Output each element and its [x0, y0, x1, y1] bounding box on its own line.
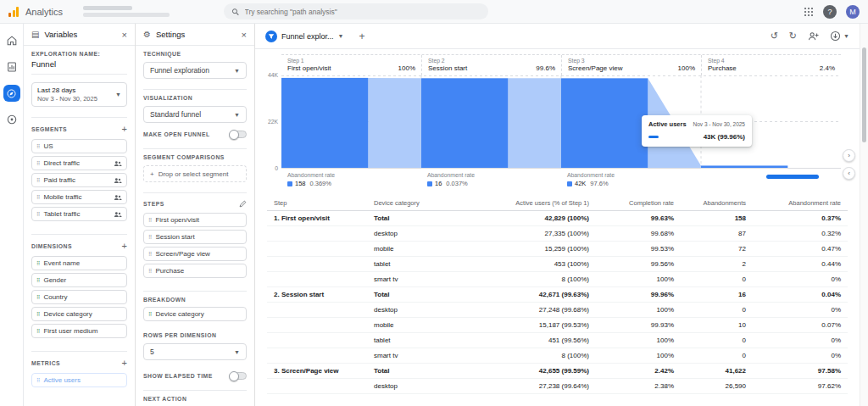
- nav-explore-icon[interactable]: [3, 85, 20, 102]
- table-cell: [267, 272, 367, 287]
- chip-label: Mobile traffic: [43, 193, 81, 201]
- breakdown-label: BREAKDOWN: [143, 297, 247, 303]
- table-column-header[interactable]: Completion rate: [596, 196, 681, 211]
- table-row[interactable]: mobile15,187 (99.53%)99.93%100.07%: [267, 318, 848, 333]
- chip-country[interactable]: ⠿Country: [31, 290, 127, 304]
- chip-tablet-traffic[interactable]: ⠿Tablet traffic: [31, 207, 127, 221]
- exploration-name-input[interactable]: Funnel: [31, 59, 127, 69]
- add-tab-button[interactable]: +: [359, 31, 364, 42]
- chip-device-category[interactable]: ⠿Device category: [143, 307, 247, 321]
- technique-select[interactable]: Funnel exploration ▼: [143, 62, 247, 79]
- open-funnel-toggle[interactable]: [230, 131, 247, 138]
- funnel-plot[interactable]: 44K 22K 0: [281, 75, 841, 169]
- chip-active-users[interactable]: ⠿Active users: [31, 373, 127, 387]
- drag-handle-icon: ⠿: [36, 378, 40, 383]
- tooltip-value: 43K (99.96%): [704, 133, 745, 141]
- table-column-header[interactable]: Active users (% of Step 1): [456, 196, 596, 211]
- avatar[interactable]: M: [846, 5, 860, 19]
- chip-purchase[interactable]: ⠿Purchase: [143, 264, 247, 278]
- chip-screen-page-view[interactable]: ⠿Screen/Page view: [143, 247, 247, 261]
- chart-scroll-right-button[interactable]: ›: [843, 149, 855, 162]
- abandonment-cell: Abandonment rate42K97.6%: [561, 172, 701, 191]
- undo-icon[interactable]: ↺: [771, 31, 778, 42]
- account-property-selector[interactable]: [83, 6, 170, 17]
- apps-grid-icon[interactable]: [804, 7, 814, 17]
- table-cell: 158: [681, 211, 753, 226]
- shared-people-icon: [114, 177, 122, 184]
- table-cell: smart tv: [367, 348, 456, 364]
- close-variables-icon[interactable]: ×: [122, 30, 127, 40]
- export-menu[interactable]: ▼: [830, 31, 849, 42]
- table-column-header[interactable]: Step: [267, 196, 367, 211]
- chip-paid-traffic[interactable]: ⠿Paid traffic: [31, 173, 127, 187]
- table-cell: 10: [681, 318, 753, 333]
- chip-direct-traffic[interactable]: ⠿Direct traffic: [31, 156, 127, 170]
- table-row[interactable]: tablet451 (99.56%)100%00%: [267, 333, 848, 348]
- drag-handle-icon: ⠿: [36, 329, 40, 334]
- table-cell: 0: [681, 272, 753, 287]
- table-cell: 16: [681, 287, 753, 303]
- table-row[interactable]: 2. Session startTotal42,671 (99.63%)99.9…: [267, 287, 848, 303]
- edit-pencil-icon[interactable]: [239, 200, 247, 208]
- table-row[interactable]: smart tv8 (100%)100%00%: [267, 348, 848, 364]
- open-funnel-label: MAKE OPEN FUNNEL: [143, 131, 210, 137]
- table-cell: 3. Screen/Page view: [267, 364, 367, 379]
- rows-per-dimension-select[interactable]: 5 ▼: [143, 343, 247, 360]
- table-cell: [267, 348, 367, 364]
- nav-advertising-icon[interactable]: [3, 111, 20, 128]
- redo-icon[interactable]: ↻: [789, 31, 797, 42]
- table-row[interactable]: desktop27,238 (99.64%)2.38%26,59097.62%: [267, 379, 848, 394]
- chip-us[interactable]: ⠿US: [31, 139, 127, 153]
- table-cell: Total: [367, 364, 456, 379]
- chip-label: US: [43, 142, 53, 150]
- exploration-name-label: EXPLORATION NAME:: [31, 51, 127, 57]
- table-row[interactable]: tablet453 (100%)99.56%20.44%: [267, 257, 848, 272]
- chip-mobile-traffic[interactable]: ⠿Mobile traffic: [31, 190, 127, 204]
- table-column-header[interactable]: Abandonments: [681, 196, 753, 211]
- funnel-step-header: Step 1First open/visit100%: [281, 55, 421, 75]
- table-column-header[interactable]: Device category: [367, 196, 456, 211]
- table-row[interactable]: 3. Screen/Page viewTotal42,655 (99.59%)2…: [267, 364, 848, 379]
- share-user-icon[interactable]: [808, 31, 819, 41]
- nav-home-icon[interactable]: [3, 32, 20, 49]
- date-range-picker[interactable]: Last 28 days Nov 3 - Nov 30, 2025 ▼: [31, 82, 127, 107]
- table-cell: 42,829 (100%): [456, 211, 596, 226]
- chip-event-name[interactable]: ⠿Event name: [31, 256, 127, 270]
- funnel-step-header: Step 3Screen/Page view100%: [561, 55, 701, 75]
- visualization-select[interactable]: Standard funnel ▼: [143, 106, 247, 123]
- chip-label: Device category: [43, 310, 92, 318]
- chip-device-category[interactable]: ⠿Device category: [31, 307, 127, 321]
- chip-first-user-medium[interactable]: ⠿First user medium: [31, 324, 127, 338]
- funnel-tab-icon: [265, 31, 277, 42]
- page-scrollbar[interactable]: [860, 24, 868, 406]
- search-input[interactable]: [245, 8, 481, 16]
- table-cell: 27,248 (99.68%): [456, 303, 596, 318]
- search-bar[interactable]: [224, 3, 488, 19]
- table-row[interactable]: desktop27,335 (100%)99.68%870.32%: [267, 226, 848, 242]
- table-row[interactable]: smart tv8 (100%)100%00%: [267, 272, 848, 287]
- chip-first-open-visit[interactable]: ⠿First open/visit: [143, 213, 247, 227]
- table-cell: tablet: [367, 257, 456, 272]
- chip-session-start[interactable]: ⠿Session start: [143, 230, 247, 244]
- table-row[interactable]: 1. First open/visitTotal42,829 (100%)99.…: [267, 211, 848, 226]
- table-cell: 100%: [596, 272, 681, 287]
- chip-gender[interactable]: ⠿Gender: [31, 273, 127, 287]
- add-dimension-icon[interactable]: +: [122, 242, 127, 251]
- add-segment-icon[interactable]: +: [122, 125, 127, 134]
- help-icon[interactable]: ?: [823, 5, 837, 19]
- close-settings-icon[interactable]: ×: [242, 30, 247, 40]
- drag-handle-icon: ⠿: [36, 144, 40, 149]
- chart-scroll-left-button[interactable]: ‹: [843, 167, 855, 180]
- table-column-header[interactable]: Abandonment rate: [753, 196, 848, 211]
- drag-handle-icon: ⠿: [36, 312, 40, 317]
- add-metric-icon[interactable]: +: [122, 359, 127, 368]
- table-row[interactable]: mobile15,259 (100%)99.53%720.47%: [267, 242, 848, 257]
- nav-reports-icon[interactable]: [3, 58, 20, 75]
- tab-funnel-exploration[interactable]: Funnel explor... ▼: [265, 31, 350, 42]
- scrollbar-thumb[interactable]: [862, 47, 866, 142]
- segment-drop-zone[interactable]: + Drop or select segment: [143, 165, 247, 182]
- table-row[interactable]: desktop27,248 (99.68%)100%00%: [267, 303, 848, 318]
- table-cell: desktop: [367, 379, 456, 394]
- dimensions-label: DIMENSIONS: [31, 243, 72, 249]
- show-elapsed-time-toggle[interactable]: [230, 372, 247, 380]
